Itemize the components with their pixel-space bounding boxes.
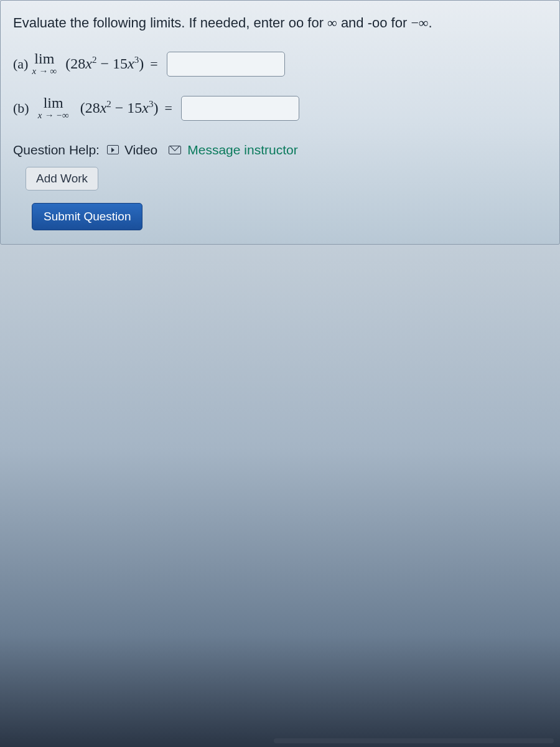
part-a-row: (a) lim x → ∞ (28x2 − 15x3) = (13, 51, 547, 77)
expression-a: (28x2 − 15x3) (65, 52, 144, 75)
question-panel: Evaluate the following limits. If needed… (0, 0, 560, 245)
lim-sub-b: x → −∞ (38, 111, 69, 121)
neg-infinity-symbol: −∞ (411, 15, 428, 31)
message-icon (169, 146, 181, 154)
instruction-suffix: . (429, 15, 432, 31)
instruction-text: Evaluate the following limits. If needed… (13, 12, 547, 34)
limit-a-notation: lim x → ∞ (32, 51, 57, 77)
lim-text: lim (34, 51, 54, 67)
lim-text-b: lim (44, 95, 63, 111)
answer-input-a[interactable] (167, 52, 285, 77)
lim-sub-a: x → ∞ (32, 67, 57, 77)
submit-question-button[interactable]: Submit Question (32, 203, 142, 230)
video-link[interactable]: Video (124, 139, 157, 161)
add-work-button[interactable]: Add Work (26, 167, 98, 190)
infinity-symbol: ∞ (327, 15, 337, 31)
answer-input-b[interactable] (181, 96, 299, 121)
message-instructor-link[interactable]: Message instructor (187, 139, 297, 161)
equals-a: = (150, 53, 157, 75)
part-a-label: (a) (13, 53, 28, 75)
part-b-label: (b) (13, 97, 29, 119)
expression-b: (28x2 − 15x3) (80, 96, 159, 120)
question-help-row: Question Help: Video Message instructor (13, 139, 547, 161)
limit-b-notation: lim x → −∞ (38, 95, 69, 121)
equals-b: = (165, 97, 172, 119)
instruction-mid: and -oo for (337, 15, 411, 31)
part-b-row: (b) lim x → −∞ (28x2 − 15x3) = (13, 95, 547, 121)
instruction-prefix: Evaluate the following limits. If needed… (13, 15, 327, 31)
help-label: Question Help: (13, 139, 100, 161)
horizontal-scrollbar[interactable] (274, 738, 554, 743)
video-icon (107, 145, 119, 154)
